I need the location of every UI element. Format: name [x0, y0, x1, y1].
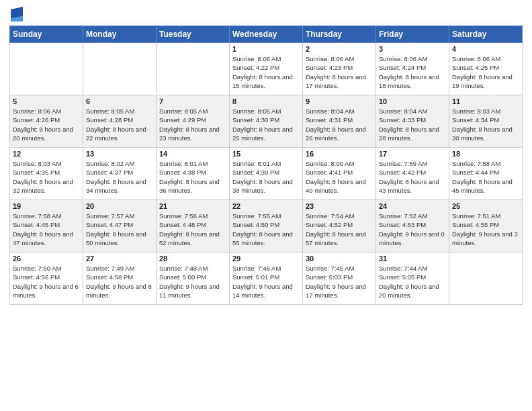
- logo-icon: [11, 7, 23, 21]
- day-number: 30: [306, 255, 373, 263]
- calendar-week-1: 1Sunrise: 8:06 AM Sunset: 4:22 PM Daylig…: [10, 43, 523, 95]
- day-number: 5: [13, 97, 80, 105]
- day-number: 11: [452, 97, 519, 105]
- day-info: Sunrise: 7:54 AM Sunset: 4:52 PM Dayligh…: [306, 212, 373, 247]
- day-info: Sunrise: 7:58 AM Sunset: 4:45 PM Dayligh…: [13, 212, 80, 247]
- calendar-cell: 19Sunrise: 7:58 AM Sunset: 4:45 PM Dayli…: [10, 200, 83, 253]
- day-number: 24: [379, 202, 446, 210]
- calendar-week-4: 19Sunrise: 7:58 AM Sunset: 4:45 PM Dayli…: [10, 200, 523, 253]
- calendar-cell: [83, 43, 157, 95]
- day-number: 4: [452, 45, 519, 53]
- day-info: Sunrise: 8:06 AM Sunset: 4:23 PM Dayligh…: [306, 54, 373, 90]
- calendar-cell: 20Sunrise: 7:57 AM Sunset: 4:47 PM Dayli…: [83, 200, 157, 253]
- day-number: 7: [159, 97, 226, 105]
- calendar-table: SundayMondayTuesdayWednesdayThursdayFrid…: [9, 26, 523, 305]
- day-info: Sunrise: 7:58 AM Sunset: 4:44 PM Dayligh…: [452, 159, 519, 195]
- calendar-cell: 22Sunrise: 7:55 AM Sunset: 4:50 PM Dayli…: [230, 200, 303, 253]
- day-info: Sunrise: 8:06 AM Sunset: 4:24 PM Dayligh…: [379, 54, 446, 90]
- day-info: Sunrise: 8:06 AM Sunset: 4:22 PM Dayligh…: [232, 54, 300, 90]
- day-number: 26: [13, 255, 80, 263]
- day-number: 6: [86, 97, 153, 105]
- day-info: Sunrise: 8:01 AM Sunset: 4:39 PM Dayligh…: [232, 159, 300, 195]
- calendar-cell: 7Sunrise: 8:05 AM Sunset: 4:29 PM Daylig…: [157, 95, 230, 148]
- day-number: 25: [452, 202, 519, 210]
- day-info: Sunrise: 8:00 AM Sunset: 4:41 PM Dayligh…: [306, 159, 373, 195]
- day-number: 2: [306, 45, 373, 53]
- calendar-week-2: 5Sunrise: 8:06 AM Sunset: 4:26 PM Daylig…: [10, 95, 523, 148]
- day-number: 13: [86, 150, 153, 158]
- calendar-cell: 11Sunrise: 8:03 AM Sunset: 4:34 PM Dayli…: [449, 95, 523, 148]
- calendar-cell: 21Sunrise: 7:56 AM Sunset: 4:48 PM Dayli…: [157, 200, 230, 253]
- day-number: 16: [306, 150, 373, 158]
- day-info: Sunrise: 8:03 AM Sunset: 4:34 PM Dayligh…: [452, 107, 519, 142]
- calendar-cell: 24Sunrise: 7:52 AM Sunset: 4:53 PM Dayli…: [376, 200, 449, 253]
- day-info: Sunrise: 7:49 AM Sunset: 4:58 PM Dayligh…: [86, 264, 153, 300]
- calendar-cell: 2Sunrise: 8:06 AM Sunset: 4:23 PM Daylig…: [303, 43, 376, 95]
- calendar-cell: 18Sunrise: 7:58 AM Sunset: 4:44 PM Dayli…: [449, 148, 523, 200]
- day-number: 19: [13, 202, 80, 210]
- calendar-header-tuesday: Tuesday: [157, 26, 230, 43]
- day-info: Sunrise: 7:45 AM Sunset: 5:03 PM Dayligh…: [306, 264, 373, 300]
- calendar-cell: 17Sunrise: 7:59 AM Sunset: 4:42 PM Dayli…: [376, 148, 449, 200]
- calendar-cell: 6Sunrise: 8:05 AM Sunset: 4:28 PM Daylig…: [83, 95, 157, 148]
- header: [9, 7, 523, 21]
- day-info: Sunrise: 7:56 AM Sunset: 4:48 PM Dayligh…: [159, 212, 226, 247]
- calendar-cell: 1Sunrise: 8:06 AM Sunset: 4:22 PM Daylig…: [230, 43, 303, 95]
- day-info: Sunrise: 8:06 AM Sunset: 4:26 PM Dayligh…: [13, 107, 80, 142]
- calendar-header-monday: Monday: [83, 26, 157, 43]
- calendar-cell: 5Sunrise: 8:06 AM Sunset: 4:26 PM Daylig…: [10, 95, 83, 148]
- day-number: 27: [86, 255, 153, 263]
- day-info: Sunrise: 7:55 AM Sunset: 4:50 PM Dayligh…: [232, 212, 300, 247]
- day-number: 18: [452, 150, 519, 158]
- day-info: Sunrise: 7:57 AM Sunset: 4:47 PM Dayligh…: [86, 212, 153, 247]
- calendar-cell: 31Sunrise: 7:44 AM Sunset: 5:05 PM Dayli…: [376, 253, 449, 305]
- day-number: 15: [232, 150, 300, 158]
- day-info: Sunrise: 7:44 AM Sunset: 5:05 PM Dayligh…: [379, 264, 446, 300]
- day-number: 10: [379, 97, 446, 105]
- logo: [9, 7, 23, 21]
- calendar-cell: 8Sunrise: 8:05 AM Sunset: 4:30 PM Daylig…: [230, 95, 303, 148]
- day-info: Sunrise: 8:03 AM Sunset: 4:35 PM Dayligh…: [13, 159, 80, 195]
- day-number: 3: [379, 45, 446, 53]
- day-info: Sunrise: 7:59 AM Sunset: 4:42 PM Dayligh…: [379, 159, 446, 195]
- day-info: Sunrise: 8:05 AM Sunset: 4:28 PM Dayligh…: [86, 107, 153, 142]
- calendar-cell: [157, 43, 230, 95]
- day-info: Sunrise: 8:02 AM Sunset: 4:37 PM Dayligh…: [86, 159, 153, 195]
- calendar-cell: 9Sunrise: 8:04 AM Sunset: 4:31 PM Daylig…: [303, 95, 376, 148]
- day-info: Sunrise: 8:05 AM Sunset: 4:29 PM Dayligh…: [159, 107, 226, 142]
- calendar-cell: 4Sunrise: 8:06 AM Sunset: 4:25 PM Daylig…: [449, 43, 523, 95]
- calendar-cell: 25Sunrise: 7:51 AM Sunset: 4:55 PM Dayli…: [449, 200, 523, 253]
- calendar-header-friday: Friday: [376, 26, 449, 43]
- calendar-cell: [10, 43, 83, 95]
- calendar-header-wednesday: Wednesday: [230, 26, 303, 43]
- day-info: Sunrise: 8:04 AM Sunset: 4:33 PM Dayligh…: [379, 107, 446, 142]
- calendar-cell: 27Sunrise: 7:49 AM Sunset: 4:58 PM Dayli…: [83, 253, 157, 305]
- day-info: Sunrise: 7:46 AM Sunset: 5:01 PM Dayligh…: [232, 264, 300, 300]
- day-number: 17: [379, 150, 446, 158]
- calendar-cell: 16Sunrise: 8:00 AM Sunset: 4:41 PM Dayli…: [303, 148, 376, 200]
- day-number: 14: [159, 150, 226, 158]
- day-number: 22: [232, 202, 300, 210]
- day-number: 1: [232, 45, 300, 53]
- day-number: 28: [159, 255, 226, 263]
- calendar-cell: 14Sunrise: 8:01 AM Sunset: 4:38 PM Dayli…: [157, 148, 230, 200]
- calendar-cell: 23Sunrise: 7:54 AM Sunset: 4:52 PM Dayli…: [303, 200, 376, 253]
- calendar-header-row: SundayMondayTuesdayWednesdayThursdayFrid…: [10, 26, 523, 43]
- day-info: Sunrise: 7:52 AM Sunset: 4:53 PM Dayligh…: [379, 212, 446, 247]
- calendar-header-saturday: Saturday: [449, 26, 523, 43]
- day-number: 31: [379, 255, 446, 263]
- day-info: Sunrise: 7:51 AM Sunset: 4:55 PM Dayligh…: [452, 212, 519, 247]
- calendar-header-sunday: Sunday: [10, 26, 83, 43]
- day-info: Sunrise: 7:50 AM Sunset: 4:56 PM Dayligh…: [13, 264, 80, 300]
- calendar-cell: 3Sunrise: 8:06 AM Sunset: 4:24 PM Daylig…: [376, 43, 449, 95]
- calendar-cell: 26Sunrise: 7:50 AM Sunset: 4:56 PM Dayli…: [10, 253, 83, 305]
- day-number: 8: [232, 97, 300, 105]
- calendar-cell: [449, 253, 523, 305]
- main-container: SundayMondayTuesdayWednesdayThursdayFrid…: [0, 0, 532, 411]
- day-number: 29: [232, 255, 300, 263]
- day-info: Sunrise: 8:01 AM Sunset: 4:38 PM Dayligh…: [159, 159, 226, 195]
- day-info: Sunrise: 8:06 AM Sunset: 4:25 PM Dayligh…: [452, 54, 519, 90]
- day-number: 20: [86, 202, 153, 210]
- calendar-cell: 29Sunrise: 7:46 AM Sunset: 5:01 PM Dayli…: [230, 253, 303, 305]
- calendar-cell: 30Sunrise: 7:45 AM Sunset: 5:03 PM Dayli…: [303, 253, 376, 305]
